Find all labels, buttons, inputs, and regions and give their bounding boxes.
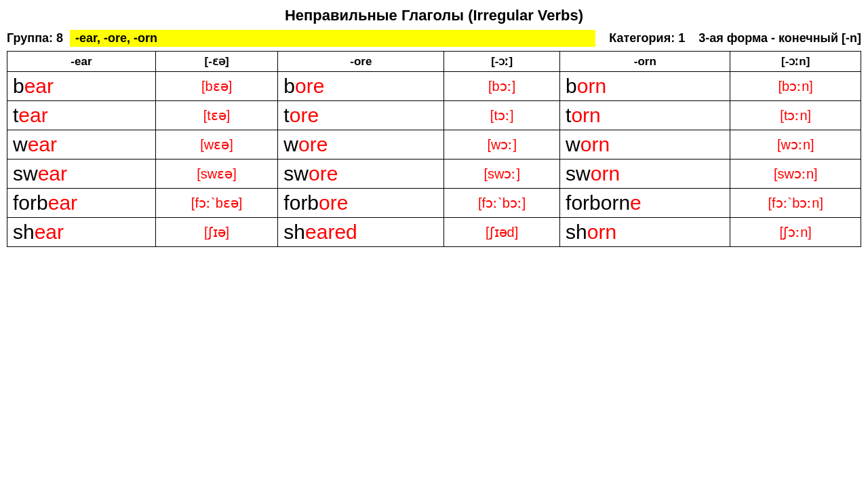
word-cell: swore <box>278 159 444 189</box>
word-cell: tear <box>7 101 156 130</box>
word-stem: forb <box>13 191 48 214</box>
word-stem: t <box>283 104 289 126</box>
pron-cell: [swɔː] <box>444 159 560 189</box>
word-suffix: eared <box>305 221 357 243</box>
table-row: swear[swɛə]swore[swɔː]sworn[swɔːn] <box>7 159 861 189</box>
header-row: Группа: 8 -ear, -ore, -orn Категория: 1 … <box>7 30 861 47</box>
group-highlight: -ear, -ore, -orn <box>70 30 595 47</box>
word-suffix: ear <box>35 221 64 243</box>
word-stem: sw <box>13 162 38 185</box>
word-cell: forbore <box>278 189 444 218</box>
word-cell: sheared <box>278 218 444 247</box>
pron-cell: [bɛə] <box>155 72 278 101</box>
pron-cell: [swɛə] <box>155 159 278 189</box>
word-suffix: ear <box>24 75 54 97</box>
word-suffix: orn <box>577 75 606 97</box>
pron-cell: [wɔː] <box>444 130 560 159</box>
word-suffix: orn <box>580 133 610 155</box>
word-cell: forbear <box>7 189 156 218</box>
word-suffix: ear <box>38 162 67 185</box>
col-header-ear-pron: [-ɛə] <box>155 52 278 72</box>
pron-cell: [tɔːn] <box>730 101 861 130</box>
table-row: tear[tɛə]tore[tɔː]torn[tɔːn] <box>7 101 861 130</box>
group-label: Группа: 8 <box>7 31 63 45</box>
word-stem: w <box>13 133 28 155</box>
word-cell: forborne <box>560 189 730 218</box>
pron-cell: [tɛə] <box>155 101 278 130</box>
word-suffix: ear <box>28 133 57 155</box>
word-cell: born <box>560 72 730 101</box>
page-title: Неправильные Глаголы (Irregular Verbs) <box>7 7 861 24</box>
pron-cell: [tɔː] <box>444 101 560 130</box>
word-stem: w <box>566 133 580 155</box>
pron-cell: [ʃɪəd] <box>444 218 560 247</box>
word-suffix: orn <box>587 221 616 243</box>
word-suffix: orn <box>591 162 620 185</box>
pron-cell: [fɔː`bɛə] <box>155 189 278 218</box>
col-header-ear: -ear <box>7 52 156 72</box>
word-cell: shorn <box>560 218 730 247</box>
word-cell: bore <box>278 72 444 101</box>
word-suffix: ore <box>319 191 348 214</box>
col-header-orn: -orn <box>560 52 730 72</box>
word-cell: tore <box>278 101 444 130</box>
pron-cell: [wɛə] <box>155 130 278 159</box>
word-stem: sw <box>566 162 591 185</box>
table-row: bear[bɛə]bore[bɔː]born[bɔːn] <box>7 72 861 101</box>
form-label: 3-ая форма - конечный [-n] <box>698 31 861 45</box>
word-stem: forb <box>283 191 319 214</box>
table-header-row: -ear [-ɛə] -ore [-ɔː] -orn [-ɔːn] <box>7 52 861 72</box>
word-suffix: ore <box>295 75 324 97</box>
col-header-orn-pron: [-ɔːn] <box>730 52 861 72</box>
table-row: shear[ʃɪə]sheared[ʃɪəd]shorn[ʃɔːn] <box>7 218 861 247</box>
table-row: forbear[fɔː`bɛə]forbore[fɔː`bɔː]forborne… <box>7 189 861 218</box>
col-header-ore-pron: [-ɔː] <box>444 52 560 72</box>
word-stem: b <box>283 75 295 97</box>
pron-cell: [wɔːn] <box>730 130 861 159</box>
word-cell: wear <box>7 130 156 159</box>
pron-cell: [bɔːn] <box>730 72 861 101</box>
word-stem: b <box>13 75 24 97</box>
pron-cell: [bɔː] <box>444 72 560 101</box>
word-suffix: e <box>630 191 642 214</box>
col-header-ore: -ore <box>278 52 444 72</box>
pron-cell: [ʃɔːn] <box>730 218 861 247</box>
word-suffix: ore <box>298 133 328 155</box>
word-cell: wore <box>278 130 444 159</box>
word-cell: swear <box>7 159 156 189</box>
pron-cell: [fɔː`bɔːn] <box>730 189 861 218</box>
word-suffix: ear <box>48 191 77 214</box>
table-row: wear[wɛə]wore[wɔː]worn[wɔːn] <box>7 130 861 159</box>
category-label: Категория: 1 <box>609 31 685 45</box>
word-cell: shear <box>7 218 156 247</box>
word-stem: b <box>566 75 577 97</box>
word-suffix: ear <box>18 104 47 126</box>
word-cell: torn <box>560 101 730 130</box>
word-cell: worn <box>560 130 730 159</box>
pron-cell: [fɔː`bɔː] <box>444 189 560 218</box>
pron-cell: [ʃɪə] <box>155 218 278 247</box>
word-suffix: ore <box>290 104 319 126</box>
word-stem: sh <box>13 221 35 243</box>
verb-table: -ear [-ɛə] -ore [-ɔː] -orn [-ɔːn] bear[b… <box>7 51 861 247</box>
word-suffix: ore <box>309 162 338 185</box>
word-cell: sworn <box>560 159 730 189</box>
word-cell: bear <box>7 72 156 101</box>
word-stem: forborn <box>566 191 630 214</box>
pron-cell: [swɔːn] <box>730 159 861 189</box>
word-suffix: orn <box>571 104 600 126</box>
word-stem: sh <box>566 221 587 243</box>
word-stem: sw <box>283 162 309 185</box>
word-stem: w <box>283 133 298 155</box>
word-stem: sh <box>283 221 305 243</box>
